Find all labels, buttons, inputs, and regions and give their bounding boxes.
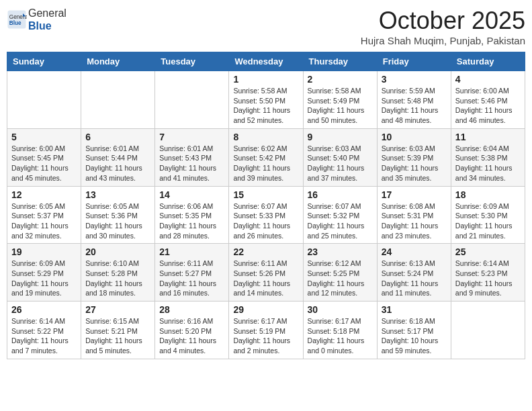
calendar-day-23: 23Sunrise: 6:12 AMSunset: 5:25 PMDayligh…: [303, 244, 377, 302]
calendar-day-19: 19Sunrise: 6:09 AMSunset: 5:29 PMDayligh…: [7, 244, 81, 302]
day-info: Sunrise: 6:07 AMSunset: 5:33 PMDaylight:…: [233, 201, 298, 241]
day-info: Sunrise: 6:16 AMSunset: 5:20 PMDaylight:…: [159, 316, 224, 356]
calendar-day-24: 24Sunrise: 6:13 AMSunset: 5:24 PMDayligh…: [377, 244, 451, 302]
calendar-day-8: 8Sunrise: 6:02 AMSunset: 5:42 PMDaylight…: [229, 128, 303, 186]
day-info: Sunrise: 5:58 AMSunset: 5:50 PMDaylight:…: [233, 86, 298, 126]
calendar-day-7: 7Sunrise: 6:01 AMSunset: 5:43 PMDaylight…: [155, 128, 229, 186]
calendar-day-3: 3Sunrise: 5:59 AMSunset: 5:48 PMDaylight…: [377, 71, 451, 129]
calendar-day-18: 18Sunrise: 6:09 AMSunset: 5:30 PMDayligh…: [451, 186, 525, 244]
calendar-day-6: 6Sunrise: 6:01 AMSunset: 5:44 PMDaylight…: [81, 128, 155, 186]
day-number: 14: [159, 189, 224, 200]
calendar-day-5: 5Sunrise: 6:00 AMSunset: 5:45 PMDaylight…: [7, 128, 81, 186]
day-info: Sunrise: 6:11 AMSunset: 5:27 PMDaylight:…: [159, 259, 224, 298]
day-number: 16: [308, 189, 373, 200]
day-number: 15: [233, 189, 298, 200]
weekday-header-wednesday: Wednesday: [229, 52, 303, 71]
weekday-header-sunday: Sunday: [7, 52, 81, 71]
calendar-day-31: 31Sunrise: 6:18 AMSunset: 5:17 PMDayligh…: [377, 302, 451, 359]
calendar-day-17: 17Sunrise: 6:08 AMSunset: 5:31 PMDayligh…: [377, 186, 451, 244]
day-number: 10: [382, 132, 447, 142]
calendar-day-30: 30Sunrise: 6:17 AMSunset: 5:18 PMDayligh…: [303, 302, 377, 359]
weekday-header-thursday: Thursday: [303, 52, 377, 71]
calendar-day-25: 25Sunrise: 6:14 AMSunset: 5:23 PMDayligh…: [451, 244, 525, 302]
title-section: October 2025 Hujra Shah Muqim, Punjab, P…: [361, 7, 525, 46]
day-number: 19: [11, 246, 77, 257]
day-number: 4: [455, 74, 521, 85]
day-number: 26: [11, 304, 77, 315]
day-info: Sunrise: 6:07 AMSunset: 5:32 PMDaylight:…: [308, 201, 373, 241]
calendar-empty-cell: [7, 71, 81, 129]
calendar-day-16: 16Sunrise: 6:07 AMSunset: 5:32 PMDayligh…: [303, 186, 377, 244]
day-info: Sunrise: 6:14 AMSunset: 5:23 PMDaylight:…: [455, 259, 521, 298]
day-number: 11: [455, 132, 521, 142]
logo-icon: General Blue: [7, 9, 27, 30]
calendar-empty-cell: [451, 302, 525, 359]
calendar-day-12: 12Sunrise: 6:05 AMSunset: 5:37 PMDayligh…: [7, 186, 81, 244]
day-info: Sunrise: 6:06 AMSunset: 5:35 PMDaylight:…: [159, 201, 224, 241]
calendar-day-21: 21Sunrise: 6:11 AMSunset: 5:27 PMDayligh…: [155, 244, 229, 302]
calendar-day-10: 10Sunrise: 6:03 AMSunset: 5:39 PMDayligh…: [377, 128, 451, 186]
day-info: Sunrise: 6:09 AMSunset: 5:30 PMDaylight:…: [455, 201, 521, 241]
day-number: 30: [308, 304, 373, 315]
calendar-empty-cell: [81, 71, 155, 129]
day-number: 2: [308, 74, 373, 85]
day-info: Sunrise: 6:14 AMSunset: 5:22 PMDaylight:…: [11, 316, 77, 356]
weekday-header-friday: Friday: [377, 52, 451, 71]
day-number: 17: [382, 189, 447, 200]
day-number: 28: [159, 304, 224, 315]
calendar-day-9: 9Sunrise: 6:03 AMSunset: 5:40 PMDaylight…: [303, 128, 377, 186]
svg-text:General: General: [9, 14, 27, 20]
calendar-week-row: 26Sunrise: 6:14 AMSunset: 5:22 PMDayligh…: [7, 302, 525, 359]
day-info: Sunrise: 6:01 AMSunset: 5:44 PMDaylight:…: [85, 144, 150, 183]
day-info: Sunrise: 6:11 AMSunset: 5:26 PMDaylight:…: [233, 259, 298, 298]
day-number: 25: [455, 246, 521, 257]
day-info: Sunrise: 6:05 AMSunset: 5:36 PMDaylight:…: [85, 201, 150, 241]
day-info: Sunrise: 5:59 AMSunset: 5:48 PMDaylight:…: [382, 86, 447, 126]
calendar-week-row: 12Sunrise: 6:05 AMSunset: 5:37 PMDayligh…: [7, 186, 525, 244]
calendar-day-28: 28Sunrise: 6:16 AMSunset: 5:20 PMDayligh…: [155, 302, 229, 359]
logo: General Blue General Blue: [7, 7, 66, 32]
day-info: Sunrise: 6:02 AMSunset: 5:42 PMDaylight:…: [233, 144, 298, 183]
weekday-header-row: SundayMondayTuesdayWednesdayThursdayFrid…: [7, 52, 525, 71]
day-info: Sunrise: 6:10 AMSunset: 5:28 PMDaylight:…: [85, 259, 150, 298]
calendar-day-2: 2Sunrise: 5:58 AMSunset: 5:49 PMDaylight…: [303, 71, 377, 129]
day-number: 1: [233, 74, 298, 85]
calendar-week-row: 5Sunrise: 6:00 AMSunset: 5:45 PMDaylight…: [7, 128, 525, 186]
day-number: 9: [308, 132, 373, 142]
calendar-day-26: 26Sunrise: 6:14 AMSunset: 5:22 PMDayligh…: [7, 302, 81, 359]
day-info: Sunrise: 6:03 AMSunset: 5:40 PMDaylight:…: [308, 144, 373, 183]
day-info: Sunrise: 6:15 AMSunset: 5:21 PMDaylight:…: [85, 316, 150, 356]
svg-text:Blue: Blue: [9, 20, 21, 26]
day-number: 21: [159, 246, 224, 257]
day-number: 8: [233, 132, 298, 142]
location: Hujra Shah Muqim, Punjab, Pakistan: [361, 35, 525, 46]
calendar-day-1: 1Sunrise: 5:58 AMSunset: 5:50 PMDaylight…: [229, 71, 303, 129]
day-info: Sunrise: 6:13 AMSunset: 5:24 PMDaylight:…: [382, 259, 447, 298]
day-info: Sunrise: 6:00 AMSunset: 5:45 PMDaylight:…: [11, 144, 77, 183]
calendar-week-row: 1Sunrise: 5:58 AMSunset: 5:50 PMDaylight…: [7, 71, 525, 129]
day-number: 31: [382, 304, 447, 315]
page-header: General Blue General Blue October 2025 H…: [7, 7, 525, 46]
day-number: 6: [85, 132, 150, 142]
day-number: 12: [11, 189, 77, 200]
day-info: Sunrise: 6:18 AMSunset: 5:17 PMDaylight:…: [382, 316, 447, 356]
day-number: 29: [233, 304, 298, 315]
day-number: 22: [233, 246, 298, 257]
day-info: Sunrise: 5:58 AMSunset: 5:49 PMDaylight:…: [308, 86, 373, 126]
calendar-day-13: 13Sunrise: 6:05 AMSunset: 5:36 PMDayligh…: [81, 186, 155, 244]
day-number: 13: [85, 189, 150, 200]
calendar-day-11: 11Sunrise: 6:04 AMSunset: 5:38 PMDayligh…: [451, 128, 525, 186]
calendar-day-27: 27Sunrise: 6:15 AMSunset: 5:21 PMDayligh…: [81, 302, 155, 359]
day-info: Sunrise: 6:00 AMSunset: 5:46 PMDaylight:…: [455, 86, 521, 126]
day-info: Sunrise: 6:17 AMSunset: 5:19 PMDaylight:…: [233, 316, 298, 356]
day-number: 27: [85, 304, 150, 315]
day-number: 5: [11, 132, 77, 142]
calendar-day-20: 20Sunrise: 6:10 AMSunset: 5:28 PMDayligh…: [81, 244, 155, 302]
day-number: 7: [159, 132, 224, 142]
calendar-table: SundayMondayTuesdayWednesdayThursdayFrid…: [7, 52, 525, 359]
day-info: Sunrise: 6:03 AMSunset: 5:39 PMDaylight:…: [382, 144, 447, 183]
day-info: Sunrise: 6:04 AMSunset: 5:38 PMDaylight:…: [455, 144, 521, 183]
weekday-header-tuesday: Tuesday: [155, 52, 229, 71]
day-info: Sunrise: 6:05 AMSunset: 5:37 PMDaylight:…: [11, 201, 77, 241]
logo-general: General: [28, 7, 66, 19]
